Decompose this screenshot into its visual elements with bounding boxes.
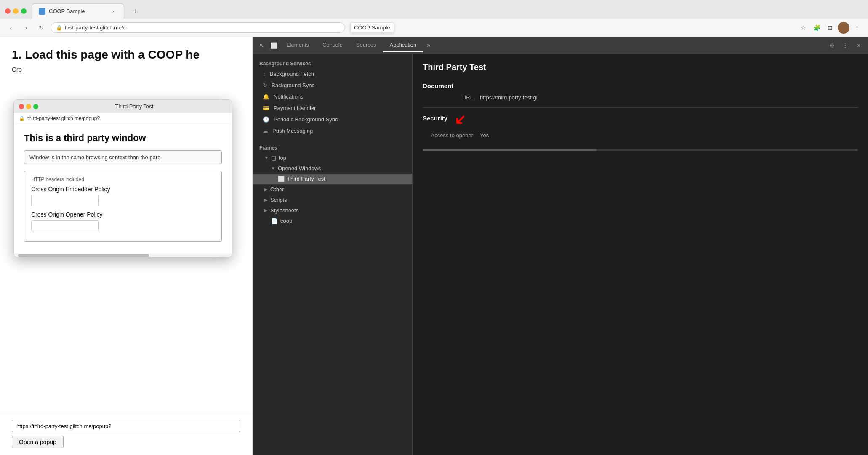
- maximize-traffic-light[interactable]: [21, 8, 27, 14]
- sidebar-item-payment-handler[interactable]: 💳 Payment Handler: [253, 102, 412, 114]
- tree-item-coop[interactable]: 📄 coop: [253, 216, 412, 226]
- profile-avatar[interactable]: [838, 22, 849, 34]
- reload-button[interactable]: ↻: [35, 22, 47, 34]
- address-bar-row: ‹ › ↻ 🔒 first-party-test.glitch.me/c COO…: [0, 19, 868, 37]
- devtools-settings-button[interactable]: ⚙: [826, 40, 838, 51]
- access-to-opener-label: Access to opener: [423, 132, 473, 139]
- detail-divider: [423, 107, 858, 108]
- cast-icon[interactable]: ⊟: [824, 22, 836, 34]
- popup-address-bar: 🔒 third-party-test.glitch.me/popup?: [14, 113, 232, 124]
- open-popup-button[interactable]: Open a popup: [12, 436, 64, 448]
- tab-title: COOP Sample: [49, 8, 107, 14]
- stylesheets-arrow: ▶: [264, 208, 268, 213]
- other-arrow: ▶: [264, 187, 268, 192]
- stylesheets-label: Stylesheets: [270, 207, 298, 214]
- popup-close-light[interactable]: [19, 104, 24, 109]
- devtools-detail: Third Party Test Document URL https://th…: [413, 54, 868, 455]
- access-to-opener-value: Yes: [480, 132, 489, 139]
- tab-application[interactable]: Application: [383, 38, 423, 52]
- sidebar-item-push-messaging[interactable]: ☁ Push Messaging: [253, 125, 412, 136]
- page-inner: 1. Load this page with a COOP he Cro: [0, 37, 252, 88]
- sidebar-item-bg-sync[interactable]: ↻ Background Sync: [253, 80, 412, 91]
- bg-fetch-icon: ↕: [263, 71, 266, 77]
- popup-section-title: HTTP headers included: [31, 177, 215, 182]
- tree-item-other[interactable]: ▶ Other: [253, 184, 412, 195]
- popup-min-light[interactable]: [26, 104, 31, 109]
- extensions-icon[interactable]: 🧩: [811, 22, 823, 34]
- push-icon: ☁: [263, 128, 268, 134]
- coep-input[interactable]: [31, 195, 99, 206]
- popup-max-light[interactable]: [33, 104, 38, 109]
- browser-menu-button[interactable]: ⋮: [851, 22, 863, 34]
- push-label: Push Messaging: [272, 128, 313, 134]
- lock-icon: 🔒: [56, 25, 62, 31]
- detail-scrollbar-thumb: [423, 149, 597, 151]
- tree-item-scripts[interactable]: ▶ Scripts: [253, 195, 412, 205]
- inspector-tool-button[interactable]: ↖: [256, 40, 268, 51]
- popup-status-box: Window is in the same browsing context t…: [24, 150, 222, 164]
- sidebar-item-notifications[interactable]: 🔔 Notifications: [253, 91, 412, 102]
- toolbar-right: ☆ 🧩 ⊟ ⋮: [797, 22, 863, 34]
- popup-lock-icon: 🔒: [19, 116, 25, 121]
- address-bar[interactable]: 🔒 first-party-test.glitch.me/c: [51, 22, 345, 33]
- address-tooltip: COOP Sample: [350, 22, 394, 33]
- tree-item-top[interactable]: ▼ ▢ top: [253, 153, 412, 163]
- popup-scrollbar[interactable]: [14, 254, 232, 257]
- browser-chrome: COOP Sample × + ‹ › ↻ 🔒 first-party-test…: [0, 0, 868, 37]
- top-arrow: ▼: [264, 155, 269, 160]
- active-tab[interactable]: COOP Sample ×: [32, 3, 124, 19]
- periodic-sync-icon: 🕐: [263, 116, 269, 123]
- payment-label: Payment Handler: [274, 105, 316, 111]
- bg-services-title: Background Services: [253, 57, 412, 68]
- popup-window: Third Party Test 🔒 third-party-test.glit…: [13, 99, 232, 257]
- third-party-window-icon: ⬜: [278, 176, 285, 182]
- opened-windows-label: Opened Windows: [278, 165, 321, 171]
- devtools-sidebar: Background Services ↕ Background Fetch ↻…: [253, 54, 413, 455]
- frames-title: Frames: [253, 142, 412, 153]
- forward-button[interactable]: ›: [20, 22, 32, 34]
- tree-item-stylesheets[interactable]: ▶ Stylesheets: [253, 205, 412, 216]
- tab-overflow-button[interactable]: »: [423, 42, 434, 49]
- other-label: Other: [270, 186, 284, 193]
- scripts-label: Scripts: [270, 197, 287, 203]
- sidebar-item-bg-fetch[interactable]: ↕ Background Fetch: [253, 68, 412, 80]
- detail-scrollbar[interactable]: [423, 149, 858, 151]
- popup-traffic-lights: [19, 104, 38, 109]
- popup-headers-section: HTTP headers included Cross Origin Embed…: [24, 171, 222, 242]
- tab-sources[interactable]: Sources: [349, 38, 383, 52]
- title-bar: COOP Sample × +: [0, 0, 868, 19]
- bg-sync-label: Background Sync: [272, 82, 314, 88]
- close-traffic-light[interactable]: [5, 8, 11, 14]
- address-url[interactable]: first-party-test.glitch.me/c: [65, 24, 340, 31]
- main-area: 1. Load this page with a COOP he Cro Thi…: [0, 37, 868, 455]
- page-subtext: Cro: [12, 66, 240, 73]
- tab-console[interactable]: Console: [316, 38, 349, 52]
- page-heading: 1. Load this page with a COOP he: [12, 47, 240, 62]
- device-mode-button[interactable]: ⬜: [268, 40, 280, 51]
- back-button[interactable]: ‹: [5, 22, 17, 34]
- bg-sync-icon: ↻: [263, 82, 267, 88]
- tree-item-third-party-test[interactable]: ⬜ Third Party Test: [253, 174, 412, 184]
- new-tab-button[interactable]: +: [129, 5, 141, 17]
- url-detail-row: URL https://third-party-test.gl: [423, 94, 858, 101]
- tree-item-opened-windows[interactable]: ▼ Opened Windows: [253, 163, 412, 174]
- sidebar-item-periodic-bg-sync[interactable]: 🕐 Periodic Background Sync: [253, 114, 412, 125]
- url-detail-label: URL: [423, 94, 473, 101]
- devtools-close-button[interactable]: ×: [853, 40, 865, 51]
- star-icon[interactable]: ☆: [797, 22, 809, 34]
- opened-windows-arrow: ▼: [271, 166, 275, 171]
- top-label: top: [279, 155, 286, 161]
- popup-heading: This is a third party window: [24, 133, 222, 144]
- minimize-traffic-light[interactable]: [13, 8, 19, 14]
- coep-label: Cross Origin Embedder Policy: [31, 186, 215, 193]
- devtools-more-button[interactable]: ⋮: [839, 40, 851, 51]
- tab-elements[interactable]: Elements: [280, 38, 316, 52]
- page-bottom: Open a popup: [0, 413, 252, 455]
- coop-file-icon: 📄: [271, 218, 278, 224]
- coop-input[interactable]: [31, 220, 99, 231]
- devtools-panel: ↖ ⬜ Elements Console Sources Application…: [253, 37, 868, 455]
- tab-close-button[interactable]: ×: [110, 8, 117, 15]
- security-section-title: Security: [423, 115, 447, 122]
- periodic-sync-label: Periodic Background Sync: [274, 116, 338, 123]
- popup-url-input[interactable]: [12, 420, 240, 432]
